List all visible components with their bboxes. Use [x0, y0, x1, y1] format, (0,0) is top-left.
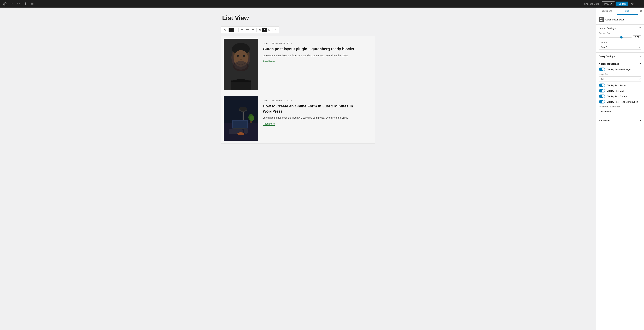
tab-document[interactable]: Document	[596, 8, 617, 15]
image-size-select[interactable]: thumbnail medium large full	[599, 76, 641, 81]
toolbar-grid-icon-btn[interactable]: ▪	[234, 28, 238, 32]
block-toolbar: ⊕ ☰ ▪ ⊞ ⊟ ▷ ⋮	[221, 27, 279, 34]
svg-rect-6	[246, 31, 249, 31]
toolbar-list-view-btn[interactable]: ☰	[229, 28, 234, 32]
additional-settings-section: Additional Settings ▲ Display Featured I…	[596, 60, 644, 117]
settings-gear-icon[interactable]: ⚙	[630, 1, 635, 7]
layout-settings-chevron: ▲	[639, 27, 641, 30]
toggle-post-date-label: Display Post Date	[607, 90, 624, 92]
toolbar-columns-btn[interactable]: ⊟	[262, 28, 267, 32]
toolbar-separator-3	[256, 28, 257, 32]
post-content-1: Utpol November 24, 2018 Guten post layou…	[258, 39, 372, 90]
post-readmore-1[interactable]: Read More	[263, 60, 275, 63]
post-list: Utpol November 24, 2018 Guten post layou…	[221, 36, 375, 143]
query-settings-section: Query Settings ▼	[596, 53, 644, 60]
toolbar-media-btn[interactable]: ▷	[267, 28, 272, 32]
column-gap-slider[interactable]	[599, 37, 632, 38]
svg-rect-4	[246, 29, 249, 30]
toolbar-separator-2	[238, 28, 239, 32]
topbar: ↩ ↪ ℹ ☰ Switch to Draft Preview Update ⚙…	[0, 0, 644, 8]
main-layout: List View ⊕ ☰ ▪ ⊞ ⊟ ▷	[0, 8, 644, 330]
block-name-label: Guten Post Layout	[606, 18, 624, 21]
post-readmore-2[interactable]: Read More	[263, 122, 275, 126]
post-item: Utpol November 24, 2018 Guten post layou…	[221, 36, 375, 93]
more-options-icon[interactable]: ⋮	[636, 1, 642, 7]
topbar-right: Switch to Draft Preview Update ⚙ ⋮	[582, 1, 642, 7]
toggle-post-date-switch[interactable]	[599, 89, 605, 92]
advanced-section: Advanced ▼	[596, 117, 644, 124]
query-settings-chevron: ▼	[639, 55, 641, 58]
toggle-post-excerpt-label: Display Post Excerpt	[607, 95, 627, 98]
svg-rect-8	[252, 30, 254, 30]
svg-point-19	[234, 61, 248, 70]
toggle-post-date: Display Post Date	[599, 89, 641, 92]
column-gap-field: Column Gap	[599, 32, 641, 39]
sidebar-close-button[interactable]: ✕	[638, 8, 644, 15]
post-excerpt-1: Lorem Ipsum has been the industry's stan…	[263, 54, 368, 57]
layout-settings-section: Layout Settings ▲ Column Gap Grid Skin S…	[596, 25, 644, 53]
layout-settings-body: Column Gap Grid Skin Skin 1 Skin 2 Skin …	[596, 32, 644, 52]
redo-icon[interactable]: ↪	[16, 1, 21, 7]
toggle-featured-image-switch[interactable]	[599, 68, 605, 71]
toolbar-align-left-btn[interactable]	[240, 28, 245, 32]
layout-settings-header[interactable]: Layout Settings ▲	[596, 25, 644, 32]
grid-skin-select[interactable]: Skin 1 Skin 2 Skin 3 Skin 4	[599, 45, 641, 50]
layout-settings-label: Layout Settings	[599, 27, 616, 30]
additional-settings-chevron: ▲	[639, 63, 641, 65]
sidebar-tabs: Document Block ✕	[596, 8, 644, 15]
toolbar-table-btn[interactable]: ⊞	[258, 28, 262, 32]
read-more-text-input[interactable]	[599, 109, 641, 114]
toolbar-align-justify-btn[interactable]	[250, 28, 256, 32]
post-image-2	[224, 96, 258, 141]
column-gap-value[interactable]	[633, 35, 641, 39]
column-gap-row	[599, 35, 641, 39]
advanced-label: Advanced	[599, 119, 610, 122]
info-icon[interactable]: ℹ	[23, 1, 28, 7]
svg-rect-27	[233, 121, 247, 128]
svg-point-17	[243, 55, 245, 57]
post-title-2: How to Create an Online Form in Just 2 M…	[263, 104, 368, 114]
image-size-field: Image Size thumbnail medium large full	[599, 73, 641, 81]
toggle-post-author-switch[interactable]	[599, 84, 605, 87]
read-more-text-label: Read More Button Text	[599, 105, 641, 108]
toolbar-align-center-btn[interactable]	[245, 28, 250, 32]
svg-rect-28	[233, 128, 247, 128]
block-icon	[599, 17, 604, 22]
svg-rect-1	[241, 29, 243, 30]
svg-point-31	[250, 115, 254, 121]
undo-icon[interactable]: ↩	[9, 1, 14, 7]
wordpress-icon[interactable]	[2, 1, 8, 7]
toolbar-separator-1	[228, 28, 228, 32]
toggle-post-author: Display Post Author	[599, 84, 641, 87]
grid-skin-label: Grid Skin	[599, 41, 641, 44]
toggle-read-more: Display Post Read More Button	[599, 100, 641, 103]
post-image-1	[224, 39, 258, 90]
sidebar-block-label: Guten Post Layout	[596, 15, 644, 25]
svg-point-18	[240, 59, 242, 60]
svg-rect-3	[241, 31, 243, 31]
post-content-2: Utpol November 24, 2018 How to Create an…	[258, 96, 372, 141]
toggle-read-more-switch[interactable]	[599, 100, 605, 103]
toolbar-more-btn[interactable]: ⋮	[273, 28, 278, 32]
block-select-icon[interactable]: ⊕	[222, 27, 228, 33]
post-author-2: Utpol	[263, 99, 268, 102]
svg-rect-7	[252, 29, 254, 30]
query-settings-header[interactable]: Query Settings ▼	[596, 53, 644, 60]
preview-button[interactable]: Preview	[602, 1, 615, 6]
svg-rect-35	[600, 18, 601, 20]
advanced-header[interactable]: Advanced ▼	[596, 117, 644, 124]
tab-block[interactable]: Block	[617, 8, 638, 15]
query-settings-label: Query Settings	[599, 55, 615, 58]
topbar-left: ↩ ↪ ℹ ☰	[2, 1, 35, 7]
list-view-icon[interactable]: ☰	[30, 1, 35, 7]
switch-draft-button[interactable]: Switch to Draft	[582, 2, 600, 6]
post-meta-1: Utpol November 24, 2018	[263, 42, 368, 45]
post-author-1: Utpol	[263, 42, 268, 45]
svg-point-16	[236, 55, 239, 57]
toggle-post-excerpt-switch[interactable]	[599, 95, 605, 98]
additional-settings-header[interactable]: Additional Settings ▲	[596, 60, 644, 68]
svg-point-33	[244, 128, 248, 134]
toggle-post-author-label: Display Post Author	[607, 84, 626, 87]
sidebar: Document Block ✕ Guten Post Layout Layou…	[596, 8, 644, 330]
update-button[interactable]: Update	[616, 2, 628, 6]
